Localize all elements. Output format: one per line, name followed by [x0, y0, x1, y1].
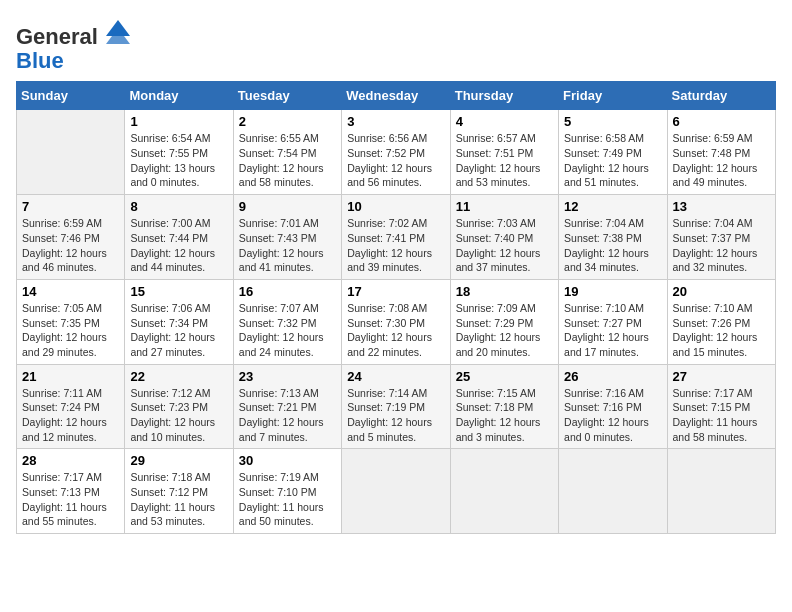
calendar-cell: 5Sunrise: 6:58 AMSunset: 7:49 PMDaylight…	[559, 110, 667, 195]
day-number: 29	[130, 453, 227, 468]
calendar-cell: 16Sunrise: 7:07 AMSunset: 7:32 PMDayligh…	[233, 279, 341, 364]
day-detail: Sunrise: 6:59 AMSunset: 7:48 PMDaylight:…	[673, 131, 770, 190]
calendar-cell: 22Sunrise: 7:12 AMSunset: 7:23 PMDayligh…	[125, 364, 233, 449]
day-number: 15	[130, 284, 227, 299]
weekday-header-tuesday: Tuesday	[233, 82, 341, 110]
day-number: 30	[239, 453, 336, 468]
day-number: 24	[347, 369, 444, 384]
day-detail: Sunrise: 7:01 AMSunset: 7:43 PMDaylight:…	[239, 216, 336, 275]
day-number: 9	[239, 199, 336, 214]
weekday-header-thursday: Thursday	[450, 82, 558, 110]
day-number: 3	[347, 114, 444, 129]
calendar-cell: 24Sunrise: 7:14 AMSunset: 7:19 PMDayligh…	[342, 364, 450, 449]
day-number: 21	[22, 369, 119, 384]
calendar-cell: 8Sunrise: 7:00 AMSunset: 7:44 PMDaylight…	[125, 195, 233, 280]
calendar-cell	[667, 449, 775, 534]
day-detail: Sunrise: 7:13 AMSunset: 7:21 PMDaylight:…	[239, 386, 336, 445]
calendar-cell: 11Sunrise: 7:03 AMSunset: 7:40 PMDayligh…	[450, 195, 558, 280]
calendar-cell	[17, 110, 125, 195]
day-detail: Sunrise: 7:15 AMSunset: 7:18 PMDaylight:…	[456, 386, 553, 445]
day-number: 7	[22, 199, 119, 214]
weekday-header-sunday: Sunday	[17, 82, 125, 110]
calendar-cell: 25Sunrise: 7:15 AMSunset: 7:18 PMDayligh…	[450, 364, 558, 449]
calendar-cell: 19Sunrise: 7:10 AMSunset: 7:27 PMDayligh…	[559, 279, 667, 364]
day-detail: Sunrise: 7:02 AMSunset: 7:41 PMDaylight:…	[347, 216, 444, 275]
calendar-table: SundayMondayTuesdayWednesdayThursdayFrid…	[16, 81, 776, 534]
day-detail: Sunrise: 7:18 AMSunset: 7:12 PMDaylight:…	[130, 470, 227, 529]
day-number: 10	[347, 199, 444, 214]
calendar-cell	[342, 449, 450, 534]
day-number: 19	[564, 284, 661, 299]
day-detail: Sunrise: 6:56 AMSunset: 7:52 PMDaylight:…	[347, 131, 444, 190]
calendar-cell: 9Sunrise: 7:01 AMSunset: 7:43 PMDaylight…	[233, 195, 341, 280]
calendar-cell: 21Sunrise: 7:11 AMSunset: 7:24 PMDayligh…	[17, 364, 125, 449]
day-detail: Sunrise: 7:14 AMSunset: 7:19 PMDaylight:…	[347, 386, 444, 445]
day-detail: Sunrise: 7:17 AMSunset: 7:15 PMDaylight:…	[673, 386, 770, 445]
day-detail: Sunrise: 7:07 AMSunset: 7:32 PMDaylight:…	[239, 301, 336, 360]
calendar-cell: 26Sunrise: 7:16 AMSunset: 7:16 PMDayligh…	[559, 364, 667, 449]
logo: General Blue	[16, 16, 134, 73]
day-detail: Sunrise: 7:00 AMSunset: 7:44 PMDaylight:…	[130, 216, 227, 275]
day-detail: Sunrise: 7:08 AMSunset: 7:30 PMDaylight:…	[347, 301, 444, 360]
calendar-cell: 13Sunrise: 7:04 AMSunset: 7:37 PMDayligh…	[667, 195, 775, 280]
day-number: 27	[673, 369, 770, 384]
logo-general: General	[16, 24, 98, 49]
svg-marker-0	[106, 20, 130, 36]
calendar-cell: 29Sunrise: 7:18 AMSunset: 7:12 PMDayligh…	[125, 449, 233, 534]
day-detail: Sunrise: 7:04 AMSunset: 7:37 PMDaylight:…	[673, 216, 770, 275]
calendar-cell	[559, 449, 667, 534]
day-number: 8	[130, 199, 227, 214]
day-number: 16	[239, 284, 336, 299]
calendar-cell: 27Sunrise: 7:17 AMSunset: 7:15 PMDayligh…	[667, 364, 775, 449]
day-number: 23	[239, 369, 336, 384]
day-detail: Sunrise: 7:19 AMSunset: 7:10 PMDaylight:…	[239, 470, 336, 529]
logo-icon	[102, 16, 134, 44]
day-number: 26	[564, 369, 661, 384]
day-detail: Sunrise: 6:57 AMSunset: 7:51 PMDaylight:…	[456, 131, 553, 190]
day-number: 28	[22, 453, 119, 468]
day-number: 1	[130, 114, 227, 129]
calendar-cell: 23Sunrise: 7:13 AMSunset: 7:21 PMDayligh…	[233, 364, 341, 449]
day-number: 25	[456, 369, 553, 384]
day-detail: Sunrise: 6:59 AMSunset: 7:46 PMDaylight:…	[22, 216, 119, 275]
calendar-cell: 12Sunrise: 7:04 AMSunset: 7:38 PMDayligh…	[559, 195, 667, 280]
svg-marker-1	[106, 36, 130, 44]
day-number: 13	[673, 199, 770, 214]
day-number: 6	[673, 114, 770, 129]
weekday-header-friday: Friday	[559, 82, 667, 110]
page-header: General Blue	[16, 16, 776, 73]
day-detail: Sunrise: 7:05 AMSunset: 7:35 PMDaylight:…	[22, 301, 119, 360]
day-detail: Sunrise: 6:58 AMSunset: 7:49 PMDaylight:…	[564, 131, 661, 190]
calendar-cell: 30Sunrise: 7:19 AMSunset: 7:10 PMDayligh…	[233, 449, 341, 534]
day-number: 22	[130, 369, 227, 384]
calendar-cell: 10Sunrise: 7:02 AMSunset: 7:41 PMDayligh…	[342, 195, 450, 280]
calendar-cell: 20Sunrise: 7:10 AMSunset: 7:26 PMDayligh…	[667, 279, 775, 364]
calendar-cell: 15Sunrise: 7:06 AMSunset: 7:34 PMDayligh…	[125, 279, 233, 364]
calendar-cell: 18Sunrise: 7:09 AMSunset: 7:29 PMDayligh…	[450, 279, 558, 364]
calendar-cell: 7Sunrise: 6:59 AMSunset: 7:46 PMDaylight…	[17, 195, 125, 280]
day-detail: Sunrise: 7:04 AMSunset: 7:38 PMDaylight:…	[564, 216, 661, 275]
day-number: 11	[456, 199, 553, 214]
day-detail: Sunrise: 7:06 AMSunset: 7:34 PMDaylight:…	[130, 301, 227, 360]
day-number: 14	[22, 284, 119, 299]
day-detail: Sunrise: 7:09 AMSunset: 7:29 PMDaylight:…	[456, 301, 553, 360]
day-detail: Sunrise: 7:11 AMSunset: 7:24 PMDaylight:…	[22, 386, 119, 445]
day-detail: Sunrise: 7:17 AMSunset: 7:13 PMDaylight:…	[22, 470, 119, 529]
day-number: 17	[347, 284, 444, 299]
day-number: 18	[456, 284, 553, 299]
calendar-cell: 2Sunrise: 6:55 AMSunset: 7:54 PMDaylight…	[233, 110, 341, 195]
calendar-cell: 6Sunrise: 6:59 AMSunset: 7:48 PMDaylight…	[667, 110, 775, 195]
calendar-cell: 4Sunrise: 6:57 AMSunset: 7:51 PMDaylight…	[450, 110, 558, 195]
calendar-cell: 1Sunrise: 6:54 AMSunset: 7:55 PMDaylight…	[125, 110, 233, 195]
day-detail: Sunrise: 7:10 AMSunset: 7:27 PMDaylight:…	[564, 301, 661, 360]
day-number: 5	[564, 114, 661, 129]
day-number: 20	[673, 284, 770, 299]
day-detail: Sunrise: 7:12 AMSunset: 7:23 PMDaylight:…	[130, 386, 227, 445]
weekday-header-saturday: Saturday	[667, 82, 775, 110]
weekday-header-monday: Monday	[125, 82, 233, 110]
calendar-cell: 14Sunrise: 7:05 AMSunset: 7:35 PMDayligh…	[17, 279, 125, 364]
day-number: 2	[239, 114, 336, 129]
day-number: 12	[564, 199, 661, 214]
calendar-cell: 17Sunrise: 7:08 AMSunset: 7:30 PMDayligh…	[342, 279, 450, 364]
calendar-cell	[450, 449, 558, 534]
